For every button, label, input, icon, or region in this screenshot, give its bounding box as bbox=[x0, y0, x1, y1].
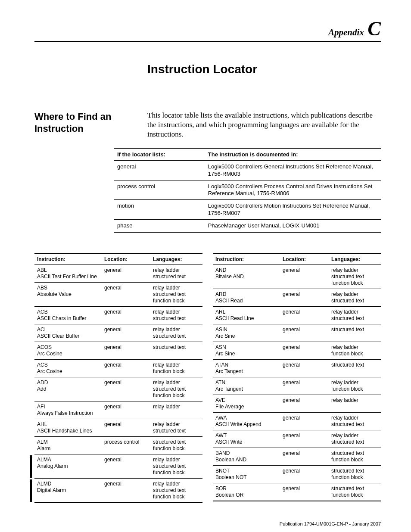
table-row: ACOS Arc Cosinegeneralstructured text bbox=[34, 342, 202, 360]
instruction-cell: ALMA Analog Alarm bbox=[34, 454, 102, 479]
appendix-letter: C bbox=[367, 18, 381, 40]
page: Appendix C Instruction Locator Where to … bbox=[0, 0, 411, 532]
location-cell: general bbox=[102, 307, 150, 324]
languages-cell: structured text bbox=[150, 342, 202, 360]
instr-header-languages: Languages: bbox=[150, 254, 202, 265]
languages-cell: relay ladder structured text bbox=[150, 265, 202, 283]
location-cell: general bbox=[280, 483, 329, 501]
table-row: ACS Arc Cosinegeneralrelay ladder functi… bbox=[34, 360, 202, 377]
locator-key: phase bbox=[114, 219, 205, 232]
languages-cell: relay ladder structured text bbox=[150, 419, 202, 437]
locator-value: Logix5000 Controllers General Instructio… bbox=[205, 161, 381, 180]
instruction-cell: AHL ASCII Handshake Lines bbox=[34, 419, 102, 437]
instruction-cell: AFI Always False Instruction bbox=[34, 401, 102, 419]
instruction-cell: ARD ASCII Read bbox=[213, 289, 280, 307]
locator-key: general bbox=[114, 161, 205, 180]
location-cell: general bbox=[280, 342, 329, 360]
instruction-cell: ACB ASCII Chars in Buffer bbox=[34, 307, 102, 324]
table-row: ABL ASCII Test For Buffer Linegeneralrel… bbox=[34, 265, 202, 283]
location-cell: general bbox=[102, 283, 150, 307]
locator-col1-header: If the locator lists: bbox=[114, 148, 205, 161]
location-cell: general bbox=[102, 342, 150, 360]
intro-text: This locator table lists the available i… bbox=[147, 111, 381, 139]
instruction-cell: ACL ASCII Clear Buffer bbox=[34, 324, 102, 342]
location-cell: general bbox=[280, 466, 329, 483]
instruction-cell: AND Bitwise AND bbox=[213, 265, 280, 289]
locator-value: Logix5000 Controllers Process Control an… bbox=[205, 180, 381, 200]
locator-value: Logix5000 Controllers Motion Instruction… bbox=[205, 200, 381, 220]
location-cell: general bbox=[280, 413, 329, 430]
instruction-table-right: Instruction: Location: Languages: AND Bi… bbox=[213, 253, 381, 501]
instruction-cell: ABS Absolute Value bbox=[34, 283, 102, 307]
instr-header-instruction: Instruction: bbox=[34, 254, 102, 265]
languages-cell: relay ladder structured text function bl… bbox=[150, 479, 202, 503]
locator-key: process control bbox=[114, 180, 205, 200]
instruction-cell: ASIN Arc Sine bbox=[213, 324, 280, 342]
locator-lookup-table: If the locator lists: The instruction is… bbox=[114, 148, 381, 233]
languages-cell: relay ladder structured text function bl… bbox=[150, 377, 202, 401]
instruction-cell: ASN Arc Sine bbox=[213, 342, 280, 360]
languages-cell: relay ladder bbox=[150, 401, 202, 419]
instr-header-location: Location: bbox=[280, 254, 329, 265]
languages-cell: structured text bbox=[329, 324, 381, 342]
location-cell: general bbox=[280, 448, 329, 466]
table-row: AVE File Averagegeneralrelay ladder bbox=[213, 395, 381, 413]
instruction-cell: ACS Arc Cosine bbox=[34, 360, 102, 377]
instruction-cell: AWA ASCII Write Append bbox=[213, 413, 280, 430]
locator-value: PhaseManager User Manual, LOGIX-UM001 bbox=[205, 219, 381, 232]
section-heading: Where to Find an Instruction bbox=[34, 111, 147, 139]
locator-row: phasePhaseManager User Manual, LOGIX-UM0… bbox=[114, 219, 381, 232]
table-row: ARD ASCII Readgeneralrelay ladder struct… bbox=[213, 289, 381, 307]
table-row: ABS Absolute Valuegeneralrelay ladder st… bbox=[34, 283, 202, 307]
change-bar-icon bbox=[30, 479, 32, 502]
instruction-cell: ALMD Digital Alarm bbox=[34, 479, 102, 503]
instruction-cell: ATAN Arc Tangent bbox=[213, 360, 280, 377]
location-cell: general bbox=[280, 307, 329, 324]
instruction-cell: ADD Add bbox=[34, 377, 102, 401]
table-row: AND Bitwise ANDgeneralrelay ladder struc… bbox=[213, 265, 381, 289]
instruction-tables-row: Instruction: Location: Languages: ABL AS… bbox=[34, 253, 381, 503]
table-row: ALMD Digital Alarmgeneralrelay ladder st… bbox=[34, 479, 202, 503]
instruction-cell: ABL ASCII Test For Buffer Line bbox=[34, 265, 102, 283]
right-table-wrap: Instruction: Location: Languages: AND Bi… bbox=[213, 253, 381, 503]
location-cell: general bbox=[280, 430, 329, 448]
table-row: BAND Boolean ANDgeneralstructured text f… bbox=[213, 448, 381, 466]
languages-cell: relay ladder structured text function bl… bbox=[150, 283, 202, 307]
instruction-cell: ACOS Arc Cosine bbox=[34, 342, 102, 360]
table-row: ACL ASCII Clear Buffergeneralrelay ladde… bbox=[34, 324, 202, 342]
location-cell: general bbox=[102, 360, 150, 377]
languages-cell: relay ladder structured text bbox=[150, 324, 202, 342]
languages-cell: relay ladder structured text bbox=[150, 307, 202, 324]
languages-cell: relay ladder structured text bbox=[329, 307, 381, 324]
table-row: BOR Boolean ORgeneralstructured text fun… bbox=[213, 483, 381, 501]
table-row: ASIN Arc Sinegeneralstructured text bbox=[213, 324, 381, 342]
languages-cell: structured text function block bbox=[329, 448, 381, 466]
location-cell: general bbox=[280, 289, 329, 307]
location-cell: general bbox=[102, 265, 150, 283]
chapter-title: Instruction Locator bbox=[147, 62, 381, 76]
left-table-wrap: Instruction: Location: Languages: ABL AS… bbox=[34, 253, 202, 503]
locator-row: process controlLogix5000 Controllers Pro… bbox=[114, 180, 381, 200]
languages-cell: relay ladder structured text bbox=[329, 413, 381, 430]
languages-cell: structured text bbox=[329, 360, 381, 377]
languages-cell: relay ladder structured text bbox=[329, 289, 381, 307]
location-cell: general bbox=[280, 395, 329, 413]
languages-cell: relay ladder structured text bbox=[329, 430, 381, 448]
location-cell: general bbox=[102, 324, 150, 342]
table-row: ASN Arc Sinegeneralrelay ladder function… bbox=[213, 342, 381, 360]
instr-header-location: Location: bbox=[102, 254, 150, 265]
instruction-cell: BNOT Boolean NOT bbox=[213, 466, 280, 483]
location-cell: general bbox=[102, 419, 150, 437]
table-row: AHL ASCII Handshake Linesgeneralrelay la… bbox=[34, 419, 202, 437]
instruction-cell: BAND Boolean AND bbox=[213, 448, 280, 466]
table-row: ALM Alarmprocess controlstructured text … bbox=[34, 437, 202, 454]
locator-col2-header: The instruction is documented in: bbox=[205, 148, 381, 161]
locator-row: generalLogix5000 Controllers General Ins… bbox=[114, 161, 381, 180]
location-cell: general bbox=[280, 377, 329, 395]
publication-footer: Publication 1794-UM001G-EN-P - January 2… bbox=[34, 521, 381, 526]
table-row: ADD Addgeneralrelay ladder structured te… bbox=[34, 377, 202, 401]
location-cell: general bbox=[280, 360, 329, 377]
languages-cell: relay ladder structured text function bl… bbox=[329, 265, 381, 289]
instruction-cell: AVE File Average bbox=[213, 395, 280, 413]
locator-key: motion bbox=[114, 200, 205, 220]
